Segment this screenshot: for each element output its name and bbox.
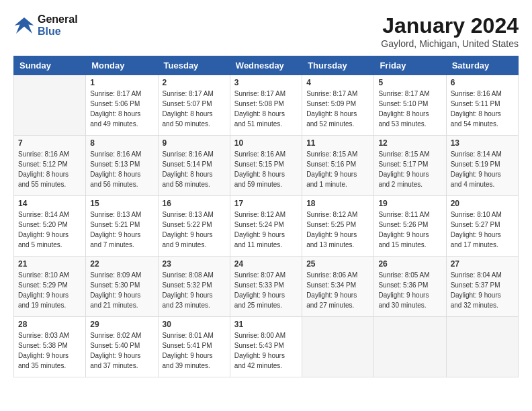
day-info: Sunrise: 8:00 AM Sunset: 5:43 PM Dayligh… — [234, 330, 298, 371]
day-number: 2 — [163, 78, 226, 87]
calendar-cell: 26Sunrise: 8:05 AM Sunset: 5:36 PM Dayli… — [374, 257, 446, 317]
day-info: Sunrise: 8:13 AM Sunset: 5:21 PM Dayligh… — [90, 210, 153, 250]
day-info: Sunrise: 8:16 AM Sunset: 5:13 PM Dayligh… — [90, 149, 153, 189]
day-number: 19 — [378, 199, 441, 208]
day-info: Sunrise: 8:17 AM Sunset: 5:09 PM Dayligh… — [306, 89, 369, 129]
day-number: 5 — [378, 78, 441, 87]
day-number: 10 — [234, 138, 298, 148]
day-number: 22 — [90, 259, 153, 269]
calendar-cell: 28Sunrise: 8:03 AM Sunset: 5:38 PM Dayli… — [14, 317, 86, 377]
calendar-cell: 7Sunrise: 8:16 AM Sunset: 5:12 PM Daylig… — [14, 136, 86, 196]
header-day-tuesday: Tuesday — [158, 56, 230, 75]
calendar-cell: 20Sunrise: 8:10 AM Sunset: 5:27 PM Dayli… — [446, 196, 518, 257]
day-info: Sunrise: 8:08 AM Sunset: 5:32 PM Dayligh… — [163, 270, 226, 310]
calendar-week-4: 21Sunrise: 8:10 AM Sunset: 5:29 PM Dayli… — [14, 257, 519, 317]
calendar-cell: 22Sunrise: 8:09 AM Sunset: 5:30 PM Dayli… — [86, 257, 158, 317]
day-info: Sunrise: 8:16 AM Sunset: 5:15 PM Dayligh… — [234, 149, 298, 189]
day-number: 9 — [163, 138, 226, 148]
header-day-monday: Monday — [86, 56, 158, 75]
subtitle: Gaylord, Michigan, United States — [381, 38, 519, 49]
day-number: 31 — [234, 320, 298, 329]
day-info: Sunrise: 8:10 AM Sunset: 5:27 PM Dayligh… — [451, 210, 514, 250]
calendar-cell: 31Sunrise: 8:00 AM Sunset: 5:43 PM Dayli… — [230, 317, 302, 377]
day-number: 1 — [90, 78, 153, 87]
calendar-table: SundayMondayTuesdayWednesdayThursdayFrid… — [13, 56, 519, 377]
day-number: 13 — [451, 138, 514, 148]
day-number: 16 — [163, 199, 226, 208]
calendar-cell: 21Sunrise: 8:10 AM Sunset: 5:29 PM Dayli… — [14, 257, 86, 317]
day-info: Sunrise: 8:06 AM Sunset: 5:34 PM Dayligh… — [306, 270, 369, 310]
calendar-cell: 10Sunrise: 8:16 AM Sunset: 5:15 PM Dayli… — [230, 136, 302, 196]
day-number: 18 — [306, 199, 369, 208]
logo-text-line1: General — [38, 13, 78, 26]
day-info: Sunrise: 8:15 AM Sunset: 5:17 PM Dayligh… — [378, 149, 441, 189]
day-info: Sunrise: 8:11 AM Sunset: 5:26 PM Dayligh… — [378, 210, 441, 250]
day-number: 20 — [451, 199, 514, 208]
calendar-week-1: 1Sunrise: 8:17 AM Sunset: 5:06 PM Daylig… — [14, 75, 519, 136]
day-number: 3 — [234, 78, 298, 87]
calendar-header: SundayMondayTuesdayWednesdayThursdayFrid… — [14, 56, 519, 75]
calendar-header-row: SundayMondayTuesdayWednesdayThursdayFrid… — [14, 56, 519, 75]
calendar-cell: 23Sunrise: 8:08 AM Sunset: 5:32 PM Dayli… — [158, 257, 230, 317]
day-info: Sunrise: 8:12 AM Sunset: 5:24 PM Dayligh… — [234, 210, 298, 250]
day-number: 15 — [90, 199, 153, 208]
calendar-cell: 29Sunrise: 8:02 AM Sunset: 5:40 PM Dayli… — [86, 317, 158, 377]
calendar-cell: 14Sunrise: 8:14 AM Sunset: 5:20 PM Dayli… — [14, 196, 86, 257]
day-info: Sunrise: 8:16 AM Sunset: 5:11 PM Dayligh… — [451, 89, 514, 129]
calendar-cell: 4Sunrise: 8:17 AM Sunset: 5:09 PM Daylig… — [302, 75, 374, 136]
day-info: Sunrise: 8:17 AM Sunset: 5:06 PM Dayligh… — [90, 89, 153, 129]
page-header: General Blue January 2024 Gaylord, Michi… — [13, 13, 519, 49]
day-number: 7 — [18, 138, 81, 148]
calendar-week-3: 14Sunrise: 8:14 AM Sunset: 5:20 PM Dayli… — [14, 196, 519, 257]
calendar-cell: 11Sunrise: 8:15 AM Sunset: 5:16 PM Dayli… — [302, 136, 374, 196]
day-info: Sunrise: 8:17 AM Sunset: 5:07 PM Dayligh… — [163, 89, 226, 129]
calendar-week-5: 28Sunrise: 8:03 AM Sunset: 5:38 PM Dayli… — [14, 317, 519, 377]
day-number: 28 — [18, 320, 81, 329]
calendar-cell: 9Sunrise: 8:16 AM Sunset: 5:14 PM Daylig… — [158, 136, 230, 196]
calendar-cell: 16Sunrise: 8:13 AM Sunset: 5:22 PM Dayli… — [158, 196, 230, 257]
day-number: 29 — [90, 320, 153, 329]
calendar-cell — [14, 75, 86, 136]
day-info: Sunrise: 8:09 AM Sunset: 5:30 PM Dayligh… — [90, 270, 153, 310]
calendar-cell — [374, 317, 446, 377]
calendar-cell: 24Sunrise: 8:07 AM Sunset: 5:33 PM Dayli… — [230, 257, 302, 317]
logo-text-line2: Blue — [38, 26, 78, 38]
day-number: 14 — [18, 199, 81, 208]
day-info: Sunrise: 8:04 AM Sunset: 5:37 PM Dayligh… — [451, 270, 514, 310]
calendar-cell: 18Sunrise: 8:12 AM Sunset: 5:25 PM Dayli… — [302, 196, 374, 257]
day-info: Sunrise: 8:07 AM Sunset: 5:33 PM Dayligh… — [234, 270, 298, 310]
calendar-cell: 1Sunrise: 8:17 AM Sunset: 5:06 PM Daylig… — [86, 75, 158, 136]
calendar-cell: 2Sunrise: 8:17 AM Sunset: 5:07 PM Daylig… — [158, 75, 230, 136]
day-info: Sunrise: 8:14 AM Sunset: 5:19 PM Dayligh… — [451, 149, 514, 189]
day-info: Sunrise: 8:14 AM Sunset: 5:20 PM Dayligh… — [18, 210, 81, 250]
calendar-cell: 8Sunrise: 8:16 AM Sunset: 5:13 PM Daylig… — [86, 136, 158, 196]
calendar-cell — [446, 317, 518, 377]
day-number: 27 — [451, 259, 514, 269]
day-number: 21 — [18, 259, 81, 269]
calendar-week-2: 7Sunrise: 8:16 AM Sunset: 5:12 PM Daylig… — [14, 136, 519, 196]
calendar-cell: 30Sunrise: 8:01 AM Sunset: 5:41 PM Dayli… — [158, 317, 230, 377]
title-block: January 2024 Gaylord, Michigan, United S… — [381, 13, 519, 49]
header-day-friday: Friday — [374, 56, 446, 75]
calendar-cell: 13Sunrise: 8:14 AM Sunset: 5:19 PM Dayli… — [446, 136, 518, 196]
day-info: Sunrise: 8:16 AM Sunset: 5:14 PM Dayligh… — [163, 149, 226, 189]
logo: General Blue — [13, 13, 78, 37]
header-day-thursday: Thursday — [302, 56, 374, 75]
day-number: 6 — [451, 78, 514, 87]
day-number: 11 — [306, 138, 369, 148]
day-info: Sunrise: 8:01 AM Sunset: 5:41 PM Dayligh… — [163, 330, 226, 371]
day-number: 26 — [378, 259, 441, 269]
day-number: 17 — [234, 199, 298, 208]
header-day-sunday: Sunday — [14, 56, 86, 75]
calendar-cell: 15Sunrise: 8:13 AM Sunset: 5:21 PM Dayli… — [86, 196, 158, 257]
day-info: Sunrise: 8:17 AM Sunset: 5:08 PM Dayligh… — [234, 89, 298, 129]
day-number: 8 — [90, 138, 153, 148]
header-day-saturday: Saturday — [446, 56, 518, 75]
calendar-cell: 3Sunrise: 8:17 AM Sunset: 5:08 PM Daylig… — [230, 75, 302, 136]
main-title: January 2024 — [381, 13, 519, 38]
calendar-cell: 12Sunrise: 8:15 AM Sunset: 5:17 PM Dayli… — [374, 136, 446, 196]
day-number: 24 — [234, 259, 298, 269]
calendar-cell: 6Sunrise: 8:16 AM Sunset: 5:11 PM Daylig… — [446, 75, 518, 136]
day-info: Sunrise: 8:15 AM Sunset: 5:16 PM Dayligh… — [306, 149, 369, 189]
day-info: Sunrise: 8:13 AM Sunset: 5:22 PM Dayligh… — [163, 210, 226, 250]
